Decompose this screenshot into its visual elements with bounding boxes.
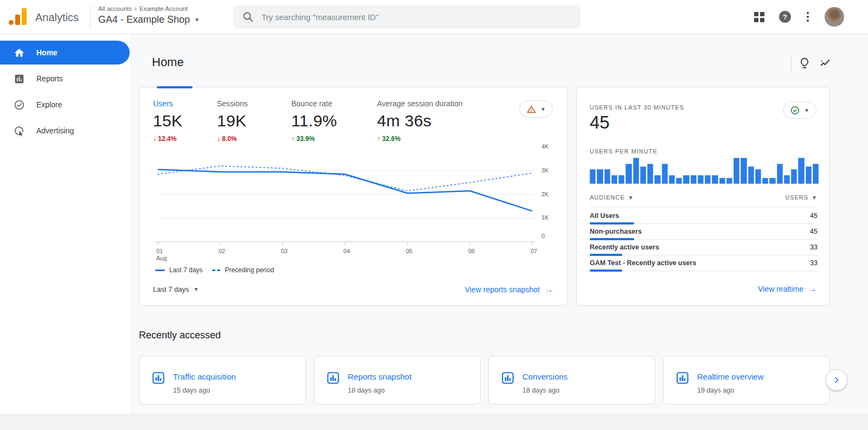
view-reports-snapshot-link[interactable]: View reports snapshot → <box>465 285 553 294</box>
caret-down-icon: ▼ <box>628 195 634 201</box>
realtime-card: USERS IN LAST 30 MINUTES ▼ 45 USERS PER … <box>576 87 830 306</box>
date-range-selector[interactable]: Last 7 days ▼ <box>153 285 199 293</box>
analytics-logo[interactable]: Analytics <box>9 8 79 25</box>
reports-icon <box>14 73 25 85</box>
home-icon <box>14 47 25 59</box>
analytics-logo-text: Analytics <box>35 11 79 25</box>
property-name: GA4 - Example Shop <box>98 14 190 25</box>
minute-bar <box>590 169 596 184</box>
analytics-insights-sparkline-icon[interactable] <box>818 56 832 70</box>
caret-down-icon: ▼ <box>812 195 818 201</box>
metric-delta: ↑ 32.6% <box>377 135 463 143</box>
minute-bar <box>784 175 790 184</box>
metric-delta: ↑ 33.9% <box>291 135 377 143</box>
arrow-right-icon: → <box>545 285 553 294</box>
users-per-minute-label: USERS PER MINUTE <box>590 148 658 155</box>
audience-column-header[interactable]: AUDIENCE ▼ <box>590 194 634 201</box>
sidebar-item-advertising[interactable]: Advertising <box>0 119 130 143</box>
minute-bar <box>733 158 739 184</box>
lightbulb-insights-icon[interactable] <box>797 56 812 70</box>
chevron-right-icon: › <box>135 5 137 12</box>
recent-card-title[interactable]: Traffic acquisition <box>173 372 236 381</box>
recent-card-title[interactable]: Reports snapshot <box>348 372 412 381</box>
sidebar-nav: Home Reports Explore Advertising <box>0 34 131 414</box>
analytics-logo-icon <box>9 8 27 25</box>
help-icon[interactable]: ? <box>779 11 791 23</box>
recent-card-accessed: 19 days ago <box>697 387 734 394</box>
main-content: Home Users 15K ↓ 12.4% Sessions 19K ↓ 8.… <box>130 34 868 414</box>
minute-bar <box>755 169 761 184</box>
caret-down-icon: ▼ <box>194 286 199 292</box>
realtime-status-dropdown[interactable]: ▼ <box>783 101 816 119</box>
minute-bar <box>662 164 668 184</box>
audience-bar-track <box>590 255 818 255</box>
selected-metric-tab-indicator <box>157 86 193 88</box>
breadcrumb-account[interactable]: Example Account <box>139 5 188 12</box>
metric-delta: ↓ 8.0% <box>217 135 291 143</box>
sidebar-item-home[interactable]: Home <box>0 41 130 65</box>
minute-bar <box>633 158 639 184</box>
metric-delta: ↓ 12.4% <box>153 135 217 143</box>
audience-row: Recently active users 33 <box>590 240 818 256</box>
minute-bar <box>719 178 725 184</box>
search-input[interactable] <box>260 12 572 22</box>
minute-bar <box>741 158 746 184</box>
recent-card-traffic-acquisition[interactable]: Traffic acquisition 15 days ago <box>139 356 306 405</box>
audience-name: GAM Test - Recently active users <box>590 259 696 267</box>
realtime-card-title: USERS IN LAST 30 MINUTES <box>590 104 684 111</box>
recently-accessed-title: Recently accessed <box>139 330 221 341</box>
minute-bar <box>640 166 646 184</box>
minute-bar <box>798 158 804 184</box>
minute-bar <box>806 166 812 184</box>
audience-bar <box>590 269 622 272</box>
apps-grid-icon[interactable] <box>754 12 764 22</box>
report-icon <box>675 371 690 385</box>
search-icon <box>242 11 254 23</box>
minute-bar <box>683 175 689 184</box>
header-actions: ? <box>754 0 844 34</box>
avatar[interactable] <box>825 7 844 27</box>
sidebar-item-label: Advertising <box>36 126 74 135</box>
minute-bar <box>604 169 610 184</box>
breadcrumb-all-accounts[interactable]: All accounts <box>98 5 132 12</box>
metric-avg-session-duration[interactable]: Average session duration 4m 36s ↑ 32.6% <box>377 99 463 143</box>
date-range-label: Last 7 days <box>153 285 189 293</box>
breadcrumb: All accounts › Example Account <box>98 5 200 12</box>
recent-card-title[interactable]: Conversions <box>522 372 567 381</box>
report-icon <box>501 371 515 385</box>
sidebar-item-label: Explore <box>36 100 62 109</box>
recent-card-title[interactable]: Realtime overview <box>697 372 764 381</box>
page-title: Home <box>152 55 184 69</box>
caret-down-icon: ▼ <box>804 107 809 113</box>
sidebar-item-explore[interactable]: Explore <box>0 93 130 117</box>
recent-card-realtime-overview[interactable]: Realtime overview 19 days ago <box>663 356 830 405</box>
users-column-header[interactable]: USERS ▼ <box>785 194 818 201</box>
legend-last-7-days: Last 7 days <box>155 266 202 274</box>
search-bar[interactable] <box>233 5 580 29</box>
metric-sessions[interactable]: Sessions 19K ↓ 8.0% <box>217 99 291 143</box>
audience-bar-track <box>590 239 818 240</box>
metric-users[interactable]: Users 15K ↓ 12.4% <box>153 99 217 143</box>
kebab-menu-icon[interactable] <box>806 11 810 23</box>
metric-value: 11.9% <box>291 112 377 130</box>
warning-triangle-icon <box>526 104 537 114</box>
caret-down-icon: ▼ <box>194 17 200 23</box>
metric-bounce-rate[interactable]: Bounce rate 11.9% ↑ 33.9% <box>291 99 377 143</box>
legend-label: Last 7 days <box>169 266 202 274</box>
carousel-next-button[interactable] <box>826 370 847 390</box>
column-label: AUDIENCE <box>590 194 625 201</box>
users-last-30-min-value: 45 <box>590 112 610 133</box>
sidebar-item-label: Home <box>36 48 58 57</box>
property-selector[interactable]: All accounts › Example Account GA4 - Exa… <box>98 5 200 25</box>
trend-x-axis-labels: 01Aug020304050607 <box>155 248 541 264</box>
minute-bar <box>611 175 617 184</box>
data-quality-dropdown[interactable]: ▼ <box>519 100 553 118</box>
minute-bar <box>762 178 768 184</box>
column-label: USERS <box>785 194 808 201</box>
report-icon <box>326 371 340 385</box>
recent-card-reports-snapshot[interactable]: Reports snapshot 18 days ago <box>314 356 481 405</box>
recent-card-conversions[interactable]: Conversions 18 days ago <box>488 356 655 405</box>
view-realtime-link[interactable]: View realtime → <box>758 284 816 293</box>
audience-users-value: 45 <box>810 228 818 235</box>
sidebar-item-reports[interactable]: Reports <box>0 67 130 91</box>
